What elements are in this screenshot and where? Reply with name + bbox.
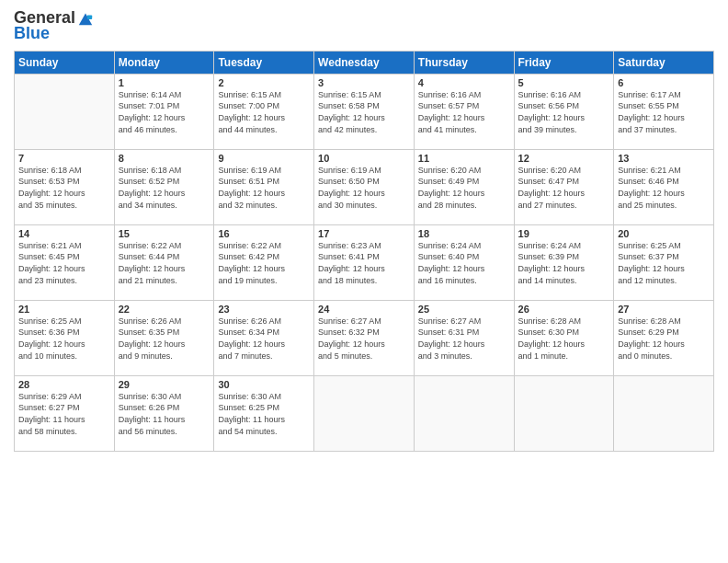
calendar-cell [414, 375, 514, 451]
calendar-cell: 13Sunrise: 6:21 AMSunset: 6:46 PMDayligh… [614, 149, 714, 224]
day-info: Sunrise: 6:14 AMSunset: 7:01 PMDaylight:… [119, 89, 210, 135]
day-number: 4 [418, 77, 510, 88]
day-info: Sunrise: 6:26 AMSunset: 6:34 PMDaylight:… [218, 316, 310, 362]
day-number: 24 [318, 304, 410, 315]
calendar-cell: 19Sunrise: 6:24 AMSunset: 6:39 PMDayligh… [514, 224, 614, 300]
day-number: 29 [119, 379, 210, 390]
calendar-cell: 27Sunrise: 6:28 AMSunset: 6:29 PMDayligh… [614, 300, 714, 375]
day-number: 26 [518, 304, 610, 315]
day-number: 7 [18, 153, 110, 164]
calendar-cell: 18Sunrise: 6:24 AMSunset: 6:40 PMDayligh… [414, 224, 514, 300]
calendar-cell: 30Sunrise: 6:30 AMSunset: 6:25 PMDayligh… [214, 375, 314, 451]
day-number: 10 [318, 153, 410, 164]
calendar-cell: 16Sunrise: 6:22 AMSunset: 6:42 PMDayligh… [214, 224, 314, 300]
calendar-cell: 26Sunrise: 6:28 AMSunset: 6:30 PMDayligh… [514, 300, 614, 375]
calendar-cell: 7Sunrise: 6:18 AMSunset: 6:53 PMDaylight… [15, 149, 115, 224]
day-info: Sunrise: 6:24 AMSunset: 6:40 PMDaylight:… [418, 240, 510, 286]
day-number: 6 [618, 77, 710, 88]
calendar-cell: 8Sunrise: 6:18 AMSunset: 6:52 PMDaylight… [114, 149, 214, 224]
day-info: Sunrise: 6:28 AMSunset: 6:29 PMDaylight:… [618, 316, 710, 362]
day-number: 17 [318, 228, 410, 239]
day-info: Sunrise: 6:22 AMSunset: 6:42 PMDaylight:… [218, 240, 310, 286]
day-number: 22 [119, 304, 210, 315]
day-info: Sunrise: 6:20 AMSunset: 6:47 PMDaylight:… [518, 165, 610, 211]
day-number: 18 [418, 228, 510, 239]
day-number: 20 [618, 228, 710, 239]
day-info: Sunrise: 6:16 AMSunset: 6:57 PMDaylight:… [418, 89, 510, 135]
day-number: 28 [18, 379, 110, 390]
day-info: Sunrise: 6:16 AMSunset: 6:56 PMDaylight:… [518, 89, 610, 135]
day-info: Sunrise: 6:30 AMSunset: 6:25 PMDaylight:… [218, 391, 310, 437]
day-number: 8 [119, 153, 210, 164]
calendar-cell: 25Sunrise: 6:27 AMSunset: 6:31 PMDayligh… [414, 300, 514, 375]
weekday-header-saturday: Saturday [614, 51, 714, 74]
day-info: Sunrise: 6:26 AMSunset: 6:35 PMDaylight:… [119, 316, 210, 362]
day-info: Sunrise: 6:21 AMSunset: 6:45 PMDaylight:… [18, 240, 110, 286]
day-info: Sunrise: 6:27 AMSunset: 6:32 PMDaylight:… [318, 316, 410, 362]
logo-icon [77, 10, 94, 27]
day-info: Sunrise: 6:17 AMSunset: 6:55 PMDaylight:… [618, 89, 710, 135]
weekday-header-monday: Monday [114, 51, 214, 74]
calendar-table: SundayMondayTuesdayWednesdayThursdayFrid… [14, 51, 714, 452]
day-number: 19 [518, 228, 610, 239]
calendar-cell [514, 375, 614, 451]
day-info: Sunrise: 6:21 AMSunset: 6:46 PMDaylight:… [618, 165, 710, 211]
day-info: Sunrise: 6:24 AMSunset: 6:39 PMDaylight:… [518, 240, 610, 286]
calendar-cell: 22Sunrise: 6:26 AMSunset: 6:35 PMDayligh… [114, 300, 214, 375]
calendar-cell: 12Sunrise: 6:20 AMSunset: 6:47 PMDayligh… [514, 149, 614, 224]
day-number: 3 [318, 77, 410, 88]
day-info: Sunrise: 6:23 AMSunset: 6:41 PMDaylight:… [318, 240, 410, 286]
day-number: 13 [618, 153, 710, 164]
page-header: General Blue [14, 9, 714, 43]
day-number: 16 [218, 228, 310, 239]
day-number: 25 [418, 304, 510, 315]
calendar-cell: 4Sunrise: 6:16 AMSunset: 6:57 PMDaylight… [414, 74, 514, 149]
calendar-cell: 21Sunrise: 6:25 AMSunset: 6:36 PMDayligh… [15, 300, 115, 375]
day-number: 14 [18, 228, 110, 239]
day-number: 1 [119, 77, 210, 88]
day-number: 2 [218, 77, 310, 88]
calendar-cell: 11Sunrise: 6:20 AMSunset: 6:49 PMDayligh… [414, 149, 514, 224]
calendar-cell [15, 74, 115, 149]
day-info: Sunrise: 6:29 AMSunset: 6:27 PMDaylight:… [18, 391, 110, 437]
day-info: Sunrise: 6:15 AMSunset: 7:00 PMDaylight:… [218, 89, 310, 135]
day-info: Sunrise: 6:27 AMSunset: 6:31 PMDaylight:… [418, 316, 510, 362]
calendar-cell: 5Sunrise: 6:16 AMSunset: 6:56 PMDaylight… [514, 74, 614, 149]
calendar-cell [614, 375, 714, 451]
weekday-header-wednesday: Wednesday [314, 51, 415, 74]
day-number: 11 [418, 153, 510, 164]
calendar-cell: 20Sunrise: 6:25 AMSunset: 6:37 PMDayligh… [614, 224, 714, 300]
calendar-cell: 24Sunrise: 6:27 AMSunset: 6:32 PMDayligh… [314, 300, 415, 375]
weekday-header-friday: Friday [514, 51, 614, 74]
calendar-cell: 14Sunrise: 6:21 AMSunset: 6:45 PMDayligh… [15, 224, 115, 300]
day-number: 12 [518, 153, 610, 164]
day-info: Sunrise: 6:25 AMSunset: 6:36 PMDaylight:… [18, 316, 110, 362]
calendar-cell: 29Sunrise: 6:30 AMSunset: 6:26 PMDayligh… [114, 375, 214, 451]
day-info: Sunrise: 6:20 AMSunset: 6:49 PMDaylight:… [418, 165, 510, 211]
calendar-cell: 1Sunrise: 6:14 AMSunset: 7:01 PMDaylight… [114, 74, 214, 149]
calendar-cell: 28Sunrise: 6:29 AMSunset: 6:27 PMDayligh… [15, 375, 115, 451]
day-info: Sunrise: 6:15 AMSunset: 6:58 PMDaylight:… [318, 89, 410, 135]
day-number: 30 [218, 379, 310, 390]
calendar-cell: 3Sunrise: 6:15 AMSunset: 6:58 PMDaylight… [314, 74, 415, 149]
day-info: Sunrise: 6:22 AMSunset: 6:44 PMDaylight:… [119, 240, 210, 286]
calendar-cell: 9Sunrise: 6:19 AMSunset: 6:51 PMDaylight… [214, 149, 314, 224]
calendar-cell: 17Sunrise: 6:23 AMSunset: 6:41 PMDayligh… [314, 224, 415, 300]
day-info: Sunrise: 6:18 AMSunset: 6:52 PMDaylight:… [119, 165, 210, 211]
weekday-header-sunday: Sunday [15, 51, 115, 74]
logo: General Blue [14, 9, 94, 43]
day-number: 27 [618, 304, 710, 315]
day-info: Sunrise: 6:19 AMSunset: 6:50 PMDaylight:… [318, 165, 410, 211]
calendar-cell: 15Sunrise: 6:22 AMSunset: 6:44 PMDayligh… [114, 224, 214, 300]
calendar-cell [314, 375, 415, 451]
day-info: Sunrise: 6:28 AMSunset: 6:30 PMDaylight:… [518, 316, 610, 362]
day-info: Sunrise: 6:30 AMSunset: 6:26 PMDaylight:… [119, 391, 210, 437]
day-info: Sunrise: 6:18 AMSunset: 6:53 PMDaylight:… [18, 165, 110, 211]
day-info: Sunrise: 6:19 AMSunset: 6:51 PMDaylight:… [218, 165, 310, 211]
svg-rect-1 [87, 15, 92, 19]
day-number: 9 [218, 153, 310, 164]
calendar-cell: 2Sunrise: 6:15 AMSunset: 7:00 PMDaylight… [214, 74, 314, 149]
calendar-cell: 10Sunrise: 6:19 AMSunset: 6:50 PMDayligh… [314, 149, 415, 224]
day-number: 15 [119, 228, 210, 239]
calendar-cell: 6Sunrise: 6:17 AMSunset: 6:55 PMDaylight… [614, 74, 714, 149]
